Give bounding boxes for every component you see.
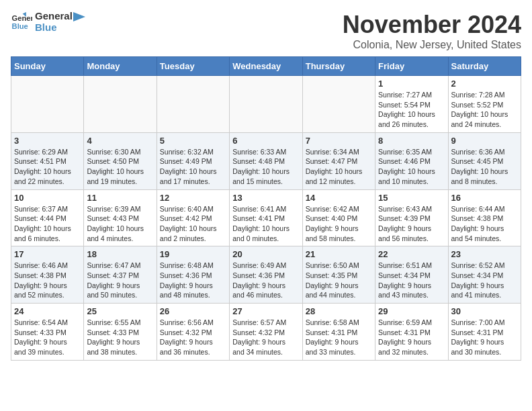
day-info: Sunrise: 6:57 AM Sunset: 4:32 PM Dayligh… [232,318,299,357]
day-number: 15 [378,193,445,203]
week-row-5: 24Sunrise: 6:54 AM Sunset: 4:33 PM Dayli… [11,304,521,361]
calendar-cell [302,76,375,133]
day-number: 14 [306,193,372,203]
day-info: Sunrise: 6:50 AM Sunset: 4:35 PM Dayligh… [306,261,372,300]
day-number: 13 [232,193,299,203]
day-info: Sunrise: 7:27 AM Sunset: 5:54 PM Dayligh… [378,90,445,130]
calendar-cell [230,76,302,133]
day-info: Sunrise: 6:46 AM Sunset: 4:38 PM Dayligh… [14,261,81,300]
day-number: 8 [378,136,445,146]
day-number: 26 [160,306,226,316]
calendar-cell: 18Sunrise: 6:47 AM Sunset: 4:37 PM Dayli… [84,246,157,304]
day-number: 4 [87,136,153,146]
calendar-cell: 17Sunrise: 6:46 AM Sunset: 4:38 PM Dayli… [11,246,84,304]
title-area: November 2024 Colonia, New Jersey, Unite… [343,11,521,51]
calendar-cell [157,76,229,133]
day-number: 25 [87,306,153,316]
day-info: Sunrise: 6:34 AM Sunset: 4:47 PM Dayligh… [306,147,372,187]
day-info: Sunrise: 6:40 AM Sunset: 4:42 PM Dayligh… [160,204,226,244]
day-number: 30 [451,306,518,316]
day-number: 16 [451,193,518,203]
day-number: 1 [378,79,445,89]
calendar-cell: 11Sunrise: 6:39 AM Sunset: 4:43 PM Dayli… [84,189,157,246]
calendar-cell: 6Sunrise: 6:33 AM Sunset: 4:48 PM Daylig… [230,132,302,189]
day-info: Sunrise: 6:48 AM Sunset: 4:36 PM Dayligh… [160,261,226,300]
day-number: 18 [87,249,153,259]
day-info: Sunrise: 6:49 AM Sunset: 4:36 PM Dayligh… [232,261,299,300]
day-info: Sunrise: 6:36 AM Sunset: 4:45 PM Dayligh… [451,147,518,187]
day-info: Sunrise: 6:59 AM Sunset: 4:31 PM Dayligh… [378,318,445,357]
svg-marker-3 [73,12,85,21]
weekday-header-tuesday: Tuesday [157,57,229,76]
calendar-cell: 20Sunrise: 6:49 AM Sunset: 4:36 PM Dayli… [230,246,302,304]
logo: General Blue General Blue [11,11,86,33]
calendar-cell: 16Sunrise: 6:44 AM Sunset: 4:38 PM Dayli… [448,189,521,246]
month-title: November 2024 [343,11,521,39]
day-info: Sunrise: 6:30 AM Sunset: 4:50 PM Dayligh… [87,147,153,187]
day-number: 28 [306,306,372,316]
svg-text:Blue: Blue [12,21,28,30]
day-info: Sunrise: 6:54 AM Sunset: 4:33 PM Dayligh… [14,318,81,357]
page-header: General Blue General Blue November 2024 … [11,11,521,51]
day-info: Sunrise: 7:28 AM Sunset: 5:52 PM Dayligh… [451,90,518,130]
day-number: 20 [232,249,299,259]
location-title: Colonia, New Jersey, United States [343,39,521,51]
day-number: 23 [451,249,518,259]
day-info: Sunrise: 7:00 AM Sunset: 4:31 PM Dayligh… [451,318,518,357]
day-info: Sunrise: 6:51 AM Sunset: 4:34 PM Dayligh… [378,261,445,300]
day-number: 21 [306,249,372,259]
weekday-header-row: SundayMondayTuesdayWednesdayThursdayFrid… [11,57,521,76]
logo-blue-text: Blue [35,22,86,34]
calendar-cell: 13Sunrise: 6:41 AM Sunset: 4:41 PM Dayli… [230,189,302,246]
day-info: Sunrise: 6:47 AM Sunset: 4:37 PM Dayligh… [87,261,153,300]
day-number: 2 [451,79,518,89]
calendar-cell: 21Sunrise: 6:50 AM Sunset: 4:35 PM Dayli… [302,246,375,304]
calendar-cell: 1Sunrise: 7:27 AM Sunset: 5:54 PM Daylig… [375,76,448,133]
calendar-cell: 12Sunrise: 6:40 AM Sunset: 4:42 PM Dayli… [157,189,229,246]
day-number: 12 [160,193,226,203]
day-number: 11 [87,193,153,203]
calendar-cell: 19Sunrise: 6:48 AM Sunset: 4:36 PM Dayli… [157,246,229,304]
day-number: 24 [14,306,81,316]
week-row-4: 17Sunrise: 6:46 AM Sunset: 4:38 PM Dayli… [11,246,521,304]
day-info: Sunrise: 6:29 AM Sunset: 4:51 PM Dayligh… [14,147,81,187]
day-info: Sunrise: 6:33 AM Sunset: 4:48 PM Dayligh… [232,147,299,187]
day-number: 3 [14,136,81,146]
day-number: 22 [378,249,445,259]
day-info: Sunrise: 6:35 AM Sunset: 4:46 PM Dayligh… [378,147,445,187]
day-number: 6 [232,136,299,146]
day-number: 9 [451,136,518,146]
svg-text:General: General [12,14,32,22]
week-row-1: 1Sunrise: 7:27 AM Sunset: 5:54 PM Daylig… [11,76,521,133]
logo-text: General [35,11,86,22]
calendar-cell: 8Sunrise: 6:35 AM Sunset: 4:46 PM Daylig… [375,132,448,189]
calendar-cell: 5Sunrise: 6:32 AM Sunset: 4:49 PM Daylig… [157,132,229,189]
calendar-cell: 10Sunrise: 6:37 AM Sunset: 4:44 PM Dayli… [11,189,84,246]
weekday-header-saturday: Saturday [448,57,521,76]
calendar-cell: 27Sunrise: 6:57 AM Sunset: 4:32 PM Dayli… [230,304,302,361]
day-info: Sunrise: 6:37 AM Sunset: 4:44 PM Dayligh… [14,204,81,244]
day-info: Sunrise: 6:52 AM Sunset: 4:34 PM Dayligh… [451,261,518,300]
day-info: Sunrise: 6:58 AM Sunset: 4:31 PM Dayligh… [306,318,372,357]
calendar-cell: 28Sunrise: 6:58 AM Sunset: 4:31 PM Dayli… [302,304,375,361]
day-number: 29 [378,306,445,316]
calendar-cell [11,76,84,133]
day-info: Sunrise: 6:44 AM Sunset: 4:38 PM Dayligh… [451,204,518,244]
week-row-2: 3Sunrise: 6:29 AM Sunset: 4:51 PM Daylig… [11,132,521,189]
calendar-cell: 23Sunrise: 6:52 AM Sunset: 4:34 PM Dayli… [448,246,521,304]
logo-arrow-icon [73,12,85,21]
day-number: 10 [14,193,81,203]
calendar-cell [84,76,157,133]
calendar-table: SundayMondayTuesdayWednesdayThursdayFrid… [11,56,521,361]
week-row-3: 10Sunrise: 6:37 AM Sunset: 4:44 PM Dayli… [11,189,521,246]
calendar-cell: 4Sunrise: 6:30 AM Sunset: 4:50 PM Daylig… [84,132,157,189]
weekday-header-wednesday: Wednesday [230,57,302,76]
day-number: 19 [160,249,226,259]
logo-icon: General Blue [11,11,32,33]
weekday-header-friday: Friday [375,57,448,76]
day-info: Sunrise: 6:55 AM Sunset: 4:33 PM Dayligh… [87,318,153,357]
weekday-header-sunday: Sunday [11,57,84,76]
day-number: 17 [14,249,81,259]
day-number: 7 [306,136,372,146]
day-info: Sunrise: 6:56 AM Sunset: 4:32 PM Dayligh… [160,318,226,357]
